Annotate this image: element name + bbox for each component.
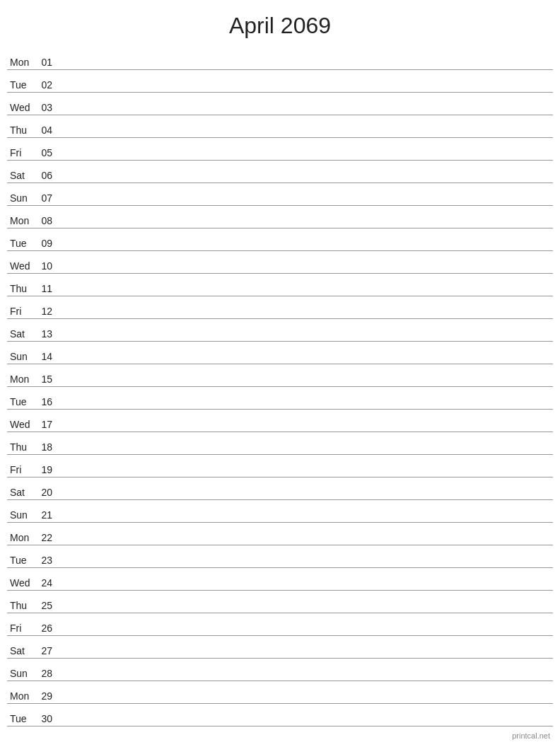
day-line bbox=[57, 678, 553, 679]
day-number: 12 bbox=[37, 306, 57, 317]
day-line bbox=[57, 633, 553, 634]
table-row: Wed17 bbox=[7, 410, 553, 432]
day-number: 27 bbox=[37, 645, 57, 656]
day-line bbox=[57, 90, 553, 91]
day-name: Sat bbox=[7, 487, 37, 498]
day-number: 30 bbox=[37, 713, 57, 724]
day-name: Wed bbox=[7, 260, 37, 272]
day-line bbox=[57, 701, 553, 702]
day-name: Wed bbox=[7, 419, 37, 430]
table-row: Thu25 bbox=[7, 591, 553, 613]
table-row: Thu11 bbox=[7, 274, 553, 296]
day-number: 29 bbox=[37, 690, 57, 702]
day-number: 25 bbox=[37, 600, 57, 611]
day-number: 15 bbox=[37, 374, 57, 385]
day-number: 16 bbox=[37, 396, 57, 407]
day-number: 13 bbox=[37, 328, 57, 340]
day-number: 17 bbox=[37, 419, 57, 430]
day-number: 05 bbox=[37, 147, 57, 158]
table-row: Fri19 bbox=[7, 455, 553, 477]
day-line bbox=[57, 475, 553, 475]
day-number: 06 bbox=[37, 170, 57, 181]
table-row: Tue23 bbox=[7, 545, 553, 568]
table-row: Fri05 bbox=[7, 138, 553, 161]
day-name: Thu bbox=[7, 283, 37, 294]
day-line bbox=[57, 452, 553, 453]
table-row: Tue09 bbox=[7, 228, 553, 251]
table-row: Wed10 bbox=[7, 251, 553, 274]
day-number: 28 bbox=[37, 668, 57, 679]
table-row: Thu18 bbox=[7, 432, 553, 455]
table-row: Fri12 bbox=[7, 296, 553, 319]
table-row: Thu04 bbox=[7, 115, 553, 138]
day-line bbox=[57, 226, 553, 226]
table-row: Tue30 bbox=[7, 704, 553, 726]
day-number: 26 bbox=[37, 622, 57, 634]
day-name: Sat bbox=[7, 328, 37, 340]
day-line bbox=[57, 271, 553, 272]
day-name: Tue bbox=[7, 79, 37, 91]
day-number: 14 bbox=[37, 351, 57, 362]
day-line bbox=[57, 339, 553, 340]
day-number: 22 bbox=[37, 532, 57, 543]
day-name: Tue bbox=[7, 555, 37, 566]
table-row: Sun28 bbox=[7, 659, 553, 681]
day-name: Tue bbox=[7, 238, 37, 249]
day-line bbox=[57, 656, 553, 656]
day-name: Sat bbox=[7, 170, 37, 181]
day-line bbox=[57, 294, 553, 294]
day-line bbox=[57, 361, 553, 362]
day-number: 08 bbox=[37, 215, 57, 226]
day-line bbox=[57, 135, 553, 136]
day-name: Sun bbox=[7, 668, 37, 679]
day-line bbox=[57, 497, 553, 498]
day-number: 04 bbox=[37, 124, 57, 136]
table-row: Mon01 bbox=[7, 47, 553, 70]
table-row: Sun21 bbox=[7, 500, 553, 523]
table-row: Tue16 bbox=[7, 387, 553, 410]
day-name: Fri bbox=[7, 622, 37, 634]
table-row: Mon15 bbox=[7, 364, 553, 387]
table-row: Mon08 bbox=[7, 206, 553, 228]
day-line bbox=[57, 724, 553, 724]
day-name: Mon bbox=[7, 690, 37, 702]
day-number: 01 bbox=[37, 57, 57, 68]
table-row: Sat27 bbox=[7, 636, 553, 659]
day-name: Mon bbox=[7, 215, 37, 226]
day-number: 09 bbox=[37, 238, 57, 249]
day-number: 07 bbox=[37, 192, 57, 204]
watermark: printcal.net bbox=[512, 731, 550, 740]
day-name: Sat bbox=[7, 645, 37, 656]
day-number: 18 bbox=[37, 441, 57, 453]
day-number: 23 bbox=[37, 555, 57, 566]
day-name: Fri bbox=[7, 147, 37, 158]
page-title: April 2069 bbox=[0, 0, 560, 47]
day-number: 20 bbox=[37, 487, 57, 498]
day-line bbox=[57, 248, 553, 249]
day-line bbox=[57, 384, 553, 385]
day-name: Sun bbox=[7, 192, 37, 204]
day-name: Thu bbox=[7, 124, 37, 136]
day-name: Sun bbox=[7, 351, 37, 362]
table-row: Fri26 bbox=[7, 613, 553, 636]
day-name: Sun bbox=[7, 509, 37, 521]
day-number: 03 bbox=[37, 102, 57, 113]
day-line bbox=[57, 543, 553, 543]
day-number: 24 bbox=[37, 577, 57, 589]
table-row: Wed24 bbox=[7, 568, 553, 591]
day-line bbox=[57, 610, 553, 611]
table-row: Sun14 bbox=[7, 342, 553, 364]
day-number: 10 bbox=[37, 260, 57, 272]
table-row: Tue02 bbox=[7, 70, 553, 93]
table-row: Wed03 bbox=[7, 93, 553, 115]
day-line bbox=[57, 67, 553, 68]
table-row: Sat13 bbox=[7, 319, 553, 342]
day-name: Mon bbox=[7, 532, 37, 543]
day-number: 19 bbox=[37, 464, 57, 475]
day-name: Fri bbox=[7, 306, 37, 317]
day-name: Mon bbox=[7, 374, 37, 385]
day-number: 11 bbox=[37, 283, 57, 294]
calendar-grid: Mon01Tue02Wed03Thu04Fri05Sat06Sun07Mon08… bbox=[0, 47, 560, 726]
table-row: Mon22 bbox=[7, 523, 553, 545]
day-name: Thu bbox=[7, 600, 37, 611]
